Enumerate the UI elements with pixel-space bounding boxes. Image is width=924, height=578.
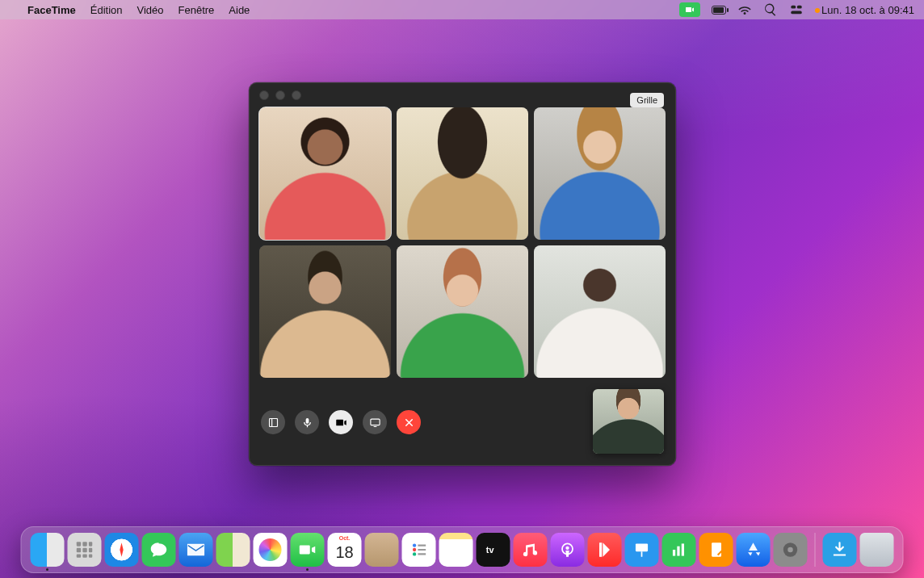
- participant-video: [534, 245, 666, 378]
- dock-downloads[interactable]: [823, 533, 857, 567]
- participant-video: [534, 107, 666, 240]
- dock: Oct. 18 tv: [21, 526, 904, 573]
- menu-edition[interactable]: Édition: [90, 4, 123, 16]
- mic-in-use-dot: [815, 8, 820, 13]
- menu-window[interactable]: Fenêtre: [178, 4, 215, 16]
- svg-rect-30: [682, 543, 684, 555]
- close-window-button[interactable]: [259, 90, 269, 100]
- participant-tile[interactable]: [259, 245, 391, 378]
- svg-marker-15: [120, 542, 123, 556]
- dock-keynote[interactable]: [625, 533, 659, 567]
- self-video: [593, 389, 664, 454]
- camera-in-use-indicator[interactable]: [679, 2, 700, 17]
- menu-video[interactable]: Vidéo: [137, 4, 164, 16]
- dock-notes[interactable]: [439, 533, 473, 567]
- app-menu[interactable]: FaceTime: [27, 4, 76, 16]
- participant-video: [397, 107, 528, 240]
- dock-messages[interactable]: [142, 533, 176, 567]
- svg-rect-7: [82, 542, 86, 546]
- dock-pages[interactable]: [699, 533, 733, 567]
- participant-video: [259, 107, 391, 240]
- dock-appstore[interactable]: [737, 533, 771, 567]
- battery-icon[interactable]: [712, 2, 726, 17]
- menu-help[interactable]: Aide: [229, 4, 250, 16]
- call-controls: [261, 410, 421, 434]
- svg-rect-6: [77, 542, 81, 546]
- participant-tile[interactable]: [397, 107, 528, 240]
- end-call-button[interactable]: [397, 410, 421, 434]
- dock-safari[interactable]: [105, 533, 139, 567]
- calendar-month-label: Oct.: [339, 535, 351, 541]
- dock-news[interactable]: [588, 533, 622, 567]
- dock-launchpad[interactable]: [68, 533, 102, 567]
- dock-divider: [815, 533, 816, 567]
- svg-rect-2: [791, 11, 802, 15]
- dock-finder[interactable]: [31, 533, 65, 567]
- camera-button[interactable]: [329, 410, 353, 434]
- minimize-window-button[interactable]: [275, 90, 285, 100]
- spotlight-icon[interactable]: [763, 2, 778, 17]
- svg-point-17: [413, 543, 416, 547]
- svg-rect-13: [82, 554, 86, 557]
- svg-point-18: [413, 548, 416, 551]
- dock-system-preferences[interactable]: [774, 533, 808, 567]
- calendar-day-label: 18: [335, 543, 353, 562]
- self-view[interactable]: [593, 389, 664, 454]
- participant-tile[interactable]: [397, 245, 528, 378]
- svg-rect-28: [673, 550, 675, 556]
- dock-calendar[interactable]: Oct. 18: [328, 533, 362, 567]
- dock-podcasts[interactable]: [551, 533, 585, 567]
- svg-rect-31: [712, 542, 721, 556]
- svg-rect-1: [797, 6, 802, 9]
- dock-reminders[interactable]: [402, 533, 436, 567]
- participant-grid: [259, 107, 666, 378]
- svg-point-24: [565, 547, 569, 550]
- svg-rect-14: [89, 554, 92, 557]
- dock-tv[interactable]: tv: [477, 533, 510, 567]
- participant-tile[interactable]: [534, 107, 666, 240]
- svg-rect-11: [89, 548, 92, 552]
- menu-bar: FaceTime Édition Vidéo Fenêtre Aide Lun.…: [0, 0, 924, 19]
- svg-text:tv: tv: [486, 545, 494, 555]
- sidebar-button[interactable]: [261, 410, 285, 434]
- participant-video: [259, 245, 391, 378]
- participant-tile[interactable]: [534, 245, 666, 378]
- mute-button[interactable]: [295, 410, 319, 434]
- svg-rect-16: [188, 545, 204, 555]
- window-traffic-lights: [259, 90, 301, 100]
- dock-trash[interactable]: [860, 533, 894, 567]
- svg-rect-5: [370, 419, 379, 425]
- svg-rect-0: [791, 6, 796, 9]
- dock-maps[interactable]: [216, 533, 250, 567]
- dock-contacts[interactable]: [365, 533, 399, 567]
- svg-rect-8: [89, 542, 92, 546]
- svg-point-33: [788, 547, 793, 553]
- dock-numbers[interactable]: [662, 533, 696, 567]
- svg-rect-9: [77, 548, 81, 552]
- dock-mail[interactable]: [179, 533, 213, 567]
- svg-rect-26: [636, 543, 648, 551]
- participant-video: [397, 245, 528, 378]
- participant-tile[interactable]: [259, 107, 391, 240]
- grid-view-button[interactable]: Grille: [630, 93, 664, 107]
- dock-photos[interactable]: [254, 533, 288, 567]
- menubar-clock[interactable]: Lun. 18 oct. à 09:41: [815, 4, 914, 16]
- wifi-icon[interactable]: [737, 2, 752, 17]
- svg-point-19: [413, 552, 416, 555]
- dock-facetime[interactable]: [291, 533, 325, 567]
- dock-music[interactable]: [514, 533, 548, 567]
- zoom-window-button[interactable]: [292, 90, 301, 100]
- svg-rect-12: [77, 554, 81, 557]
- screen-share-button[interactable]: [363, 410, 387, 434]
- svg-rect-29: [677, 547, 679, 556]
- facetime-window: Grille: [249, 82, 676, 466]
- control-center-icon[interactable]: [789, 2, 804, 17]
- svg-rect-10: [82, 548, 86, 552]
- svg-rect-3: [269, 418, 277, 426]
